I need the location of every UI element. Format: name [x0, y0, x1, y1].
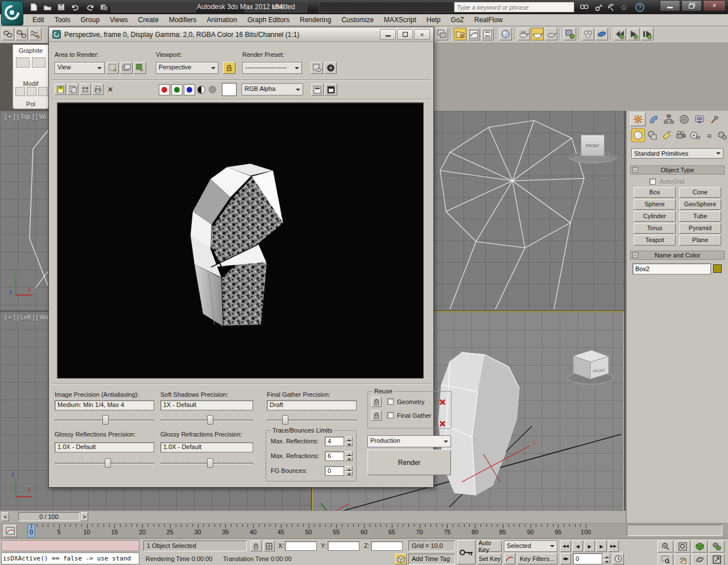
- clear-geometry-icon[interactable]: [439, 398, 446, 406]
- app-menu-logo[interactable]: [1, 1, 23, 26]
- selection-lock-icon[interactable]: [250, 541, 262, 551]
- menu-create[interactable]: Create: [133, 14, 164, 26]
- auto-region-icon[interactable]: [120, 62, 133, 74]
- render-lock-icon[interactable]: [223, 62, 235, 74]
- render-setup-icon[interactable]: [518, 28, 530, 40]
- red-channel-toggle[interactable]: [159, 84, 170, 95]
- category-geometry-icon[interactable]: [631, 128, 645, 142]
- realflow-forward-icon[interactable]: [641, 28, 653, 40]
- zoom-extents-icon[interactable]: [692, 541, 708, 552]
- go-to-end-icon[interactable]: ▶▶: [608, 541, 619, 552]
- clone-window-icon[interactable]: [80, 84, 91, 95]
- blue-channel-toggle[interactable]: [184, 84, 195, 95]
- max-refractions-field[interactable]: 6: [325, 451, 344, 461]
- glossy-reflections-slider[interactable]: [55, 457, 154, 470]
- select-and-link-icon[interactable]: [2, 28, 14, 40]
- set-key-button[interactable]: Set Key: [478, 553, 502, 564]
- previous-frame-button[interactable]: <: [2, 512, 9, 521]
- environment-effects-icon[interactable]: [324, 62, 337, 74]
- maxscript-mini-listener[interactable]: isDXActive() == false -> use stand: [1, 552, 139, 564]
- viewport-dropdown[interactable]: Perspective: [156, 62, 218, 74]
- button-geosphere[interactable]: GeoSphere: [679, 199, 721, 210]
- open-file-icon[interactable]: [41, 2, 53, 13]
- clear-color-swatch[interactable]: [222, 83, 237, 96]
- graphite-ribbon-toggle-icon[interactable]: [454, 28, 466, 40]
- button-teapot[interactable]: Teapot: [634, 235, 676, 246]
- selection-set-dropdown[interactable]: Selected: [504, 541, 557, 552]
- category-helpers-icon[interactable]: [688, 128, 702, 142]
- search-icon[interactable]: [578, 2, 590, 13]
- go-to-start-icon[interactable]: ◀◀: [560, 541, 571, 552]
- area-to-render-dropdown[interactable]: View: [55, 62, 105, 74]
- button-pyramid[interactable]: Pyramid: [679, 223, 721, 234]
- menu-views[interactable]: Views: [105, 14, 133, 26]
- ribbon-tool-button[interactable]: [16, 57, 30, 68]
- maxscript-mini-listener-top[interactable]: [1, 540, 139, 551]
- new-file-icon[interactable]: [27, 2, 40, 13]
- bind-to-space-warp-icon[interactable]: [29, 28, 42, 40]
- reuse-final-gather-checkbox[interactable]: [387, 412, 394, 418]
- absolute-mode-transform-icon[interactable]: [263, 541, 275, 551]
- unlink-selection-icon[interactable]: [15, 28, 28, 40]
- ribbon-cube-button[interactable]: [27, 87, 36, 96]
- menu-goz[interactable]: GoZ: [445, 14, 469, 26]
- time-slider-value[interactable]: 0 / 100: [18, 512, 80, 521]
- communication-center-icon[interactable]: [605, 2, 618, 13]
- button-torus[interactable]: Torus: [634, 223, 676, 234]
- lock-final-gather-icon[interactable]: [371, 410, 382, 421]
- object-color-swatch[interactable]: [713, 264, 722, 273]
- add-time-tag[interactable]: Add Time Tag: [408, 554, 455, 564]
- object-type-rollout-header[interactable]: - Object Type: [630, 165, 725, 175]
- maximize-button[interactable]: [681, 0, 702, 11]
- collapse-icon[interactable]: -: [632, 252, 638, 258]
- minimize-button[interactable]: [380, 29, 396, 40]
- menu-help[interactable]: Help: [421, 14, 446, 26]
- play-icon[interactable]: ▶: [584, 541, 595, 552]
- edit-region-icon[interactable]: [106, 62, 119, 74]
- menu-modifiers[interactable]: Modifiers: [164, 14, 202, 26]
- button-cylinder[interactable]: Cylinder: [634, 211, 676, 222]
- orbit-icon[interactable]: [692, 554, 708, 565]
- zoom-icon[interactable]: [657, 541, 673, 552]
- menu-group[interactable]: Group: [76, 14, 105, 26]
- undo-icon[interactable]: [68, 2, 81, 13]
- category-spacewarps-icon[interactable]: ≈: [702, 128, 716, 142]
- maximize-button[interactable]: [397, 29, 413, 40]
- grid-snap-cube-icon[interactable]: [395, 554, 407, 564]
- tab-display[interactable]: [692, 113, 707, 126]
- zoom-all-icon[interactable]: [675, 541, 690, 552]
- menu-customize[interactable]: Customize: [336, 14, 379, 26]
- category-cameras-icon[interactable]: [674, 128, 688, 142]
- menu-animation[interactable]: Animation: [202, 14, 242, 26]
- mini-curve-editor-button[interactable]: [3, 525, 17, 537]
- y-coordinate-field[interactable]: [328, 541, 359, 551]
- tab-motion[interactable]: [676, 113, 692, 126]
- image-window-toggle-icon[interactable]: [325, 84, 337, 95]
- maximize-viewport-toggle-icon[interactable]: [709, 554, 725, 565]
- reuse-geometry-checkbox[interactable]: [387, 398, 394, 405]
- menu-graph-editors[interactable]: Graph Editors: [242, 14, 295, 26]
- graphite-tab-label[interactable]: Graphite: [13, 45, 48, 54]
- monochrome-toggle-icon[interactable]: [197, 86, 205, 94]
- close-button[interactable]: ×: [703, 0, 726, 11]
- render-window-titlebar[interactable]: Perspective, frame 0, Display Gamma: 2,0…: [49, 27, 433, 42]
- category-systems-icon[interactable]: [715, 128, 728, 142]
- render-canvas[interactable]: [57, 102, 424, 379]
- ribbon-cube-button[interactable]: [15, 87, 25, 96]
- tab-modify[interactable]: [646, 113, 661, 126]
- ribbon-cube-button[interactable]: [38, 87, 48, 96]
- soft-shadows-slider[interactable]: [160, 414, 253, 426]
- copy-image-icon[interactable]: [67, 84, 78, 95]
- key-mode-toggle-icon[interactable]: ◀▶: [560, 553, 571, 564]
- autogrid-checkbox[interactable]: [650, 178, 656, 185]
- previous-frame-icon[interactable]: ◀: [572, 541, 583, 552]
- minimize-button[interactable]: [660, 0, 680, 11]
- realflow-settings-icon[interactable]: [564, 28, 576, 40]
- image-precision-slider[interactable]: [55, 414, 154, 426]
- auto-key-button[interactable]: Auto Key: [478, 541, 502, 552]
- realflow-simulate-icon[interactable]: [627, 28, 640, 40]
- ribbon-tool-button[interactable]: [32, 57, 46, 68]
- button-tube[interactable]: Tube: [679, 211, 721, 222]
- time-configuration-icon[interactable]: [613, 553, 624, 564]
- curve-editor-icon[interactable]: [468, 28, 480, 40]
